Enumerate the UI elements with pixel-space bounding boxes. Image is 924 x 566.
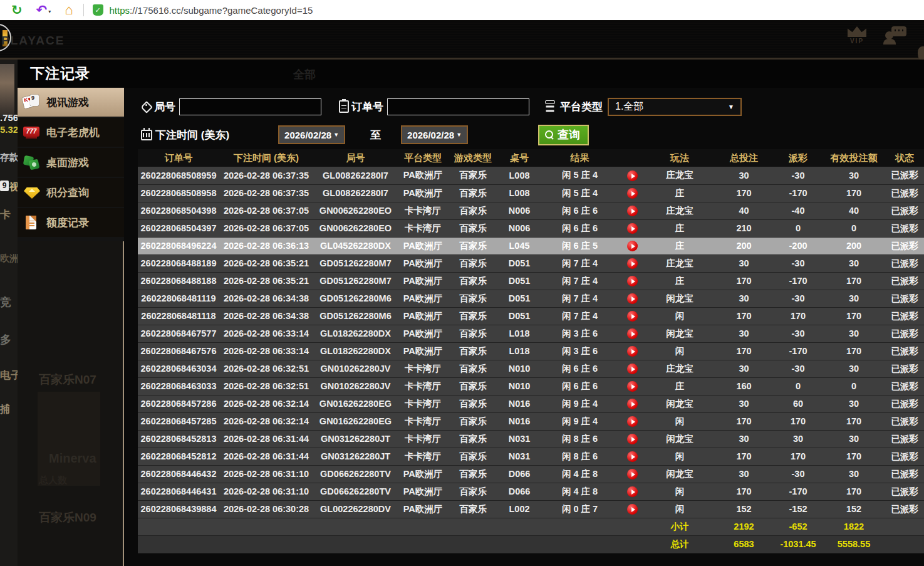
cell: 百家乐 xyxy=(448,272,498,290)
cell xyxy=(498,518,541,535)
cell: -30 xyxy=(774,167,823,184)
column-header: 有效投注额 xyxy=(823,149,885,167)
play-video-button[interactable] xyxy=(627,223,638,234)
table-row[interactable]: 2602280685089582026-02-28 06:37:35GL0082… xyxy=(138,184,924,202)
table-row[interactable]: 2602280684811192026-02-28 06:34:38GD0512… xyxy=(138,290,924,307)
url-scheme: https xyxy=(110,5,130,16)
table-row[interactable]: 2602280684675762026-02-28 06:33:14GL0182… xyxy=(138,342,924,360)
table-row[interactable]: 2602280684528122026-02-28 06:31:44GN0312… xyxy=(138,448,924,465)
cell: 260228068504398 xyxy=(138,202,219,219)
cell-play xyxy=(619,377,645,395)
cell: 2026-02-28 06:30:28 xyxy=(219,500,313,518)
cell: 30 xyxy=(823,465,885,483)
round-input[interactable] xyxy=(179,98,321,115)
play-video-button[interactable] xyxy=(627,328,638,339)
table-row[interactable]: 2602280684811182026-02-28 06:34:38GD0512… xyxy=(138,307,924,325)
play-video-button[interactable] xyxy=(627,399,638,409)
sidebar-item-video-games[interactable]: K♥9 视讯游戏 xyxy=(18,88,124,117)
column-header: 下注时间 (美东) xyxy=(219,149,313,167)
play-video-button[interactable] xyxy=(627,434,638,444)
cell xyxy=(541,535,619,553)
table-row[interactable]: 2602280684572852026-02-28 06:32:14GN0162… xyxy=(138,412,924,430)
table-row[interactable]: 2602280684464322026-02-28 06:31:10GD0662… xyxy=(138,465,924,483)
address-bar[interactable]: https://175616.cc/subgame?gameCategoryId… xyxy=(110,5,313,16)
cell: 60 xyxy=(774,395,823,412)
table-row[interactable]: 2602280684630332026-02-28 06:32:51GN0102… xyxy=(138,377,924,395)
undo-icon[interactable]: ↶ xyxy=(36,3,48,18)
play-video-button[interactable] xyxy=(627,188,638,199)
play-video-button[interactable] xyxy=(627,170,638,181)
reload-icon[interactable]: ↻ xyxy=(11,3,23,18)
play-video-button[interactable] xyxy=(627,258,638,269)
cell: 闲 xyxy=(645,412,714,430)
platform-select[interactable]: 1.全部 ▼ xyxy=(608,98,742,116)
play-video-button[interactable] xyxy=(627,276,638,286)
customer-service-button[interactable] xyxy=(884,26,906,45)
page-title: 下注记录 xyxy=(30,64,90,83)
sidebar: K♥9 视讯游戏 777 电子老虎机 桌面游戏 积分查询 额度记录 xyxy=(18,88,124,238)
play-video-button[interactable] xyxy=(627,504,638,515)
order-input[interactable] xyxy=(387,98,529,115)
cell: 百家乐 xyxy=(448,325,498,342)
cell: 260228068496224 xyxy=(138,237,219,254)
sidebar-item-points-query[interactable]: 积分查询 xyxy=(18,178,124,207)
table-row[interactable]: 2602280684881892026-02-28 06:35:21GD0512… xyxy=(138,254,924,272)
cell: 闲 6 庄 6 xyxy=(541,377,619,395)
date-to-value: 2026/02/28 xyxy=(407,130,454,140)
query-button[interactable]: 查询 xyxy=(538,125,589,145)
bg-fragment: 捕 xyxy=(0,403,10,416)
cell: 260228068463034 xyxy=(138,360,219,377)
home-icon[interactable]: ⌂ xyxy=(65,2,73,18)
cell: -200 xyxy=(774,237,823,254)
cell: 闲 7 庄 4 xyxy=(541,307,619,325)
cell xyxy=(498,535,541,553)
cell: 闲 0 庄 7 xyxy=(541,500,619,518)
sidebar-item-quota-records[interactable]: 额度记录 xyxy=(18,208,124,237)
bg-fragment: 欧洲 xyxy=(0,253,18,265)
undo-dropdown-icon[interactable]: ▾ xyxy=(48,9,51,14)
vip-label: VIP xyxy=(850,38,864,45)
cell: L008 xyxy=(498,184,541,202)
play-video-button[interactable] xyxy=(627,293,638,304)
cell: 卡卡湾厅 xyxy=(398,430,448,448)
search-icon xyxy=(544,130,554,140)
security-shield-icon[interactable]: ✓ xyxy=(93,4,103,16)
sidebar-item-table-games[interactable]: 桌面游戏 xyxy=(18,148,124,177)
table-row[interactable]: 2602280685043972026-02-28 06:37:05GN0062… xyxy=(138,219,924,237)
table-row[interactable]: 2602280684528132026-02-28 06:31:44GN0312… xyxy=(138,430,924,448)
table-row[interactable]: 2602280684398842026-02-28 06:30:28GL0022… xyxy=(138,500,924,518)
play-video-button[interactable] xyxy=(627,311,638,322)
play-video-button[interactable] xyxy=(627,381,638,392)
cell: 庄龙宝 xyxy=(645,254,714,272)
table-row[interactable]: 2602280684962242026-02-28 06:36:13GL0452… xyxy=(138,237,924,254)
play-video-button[interactable] xyxy=(627,451,638,462)
table-row[interactable]: 2602280684881882026-02-28 06:35:21GD0512… xyxy=(138,272,924,290)
play-video-button[interactable] xyxy=(627,486,638,497)
play-video-button[interactable] xyxy=(627,416,638,427)
table-row[interactable]: 2602280684630342026-02-28 06:32:51GN0102… xyxy=(138,360,924,377)
table-row[interactable]: 2602280684464312026-02-28 06:31:10GD0662… xyxy=(138,483,924,500)
cell: 170 xyxy=(823,483,885,500)
cell: 170 xyxy=(823,342,885,360)
cell: -152 xyxy=(774,500,823,518)
play-video-button[interactable] xyxy=(627,364,638,374)
play-video-button[interactable] xyxy=(627,469,638,480)
table-row[interactable]: 2602280684572862026-02-28 06:32:14GN0162… xyxy=(138,395,924,412)
play-video-button[interactable] xyxy=(627,206,638,216)
vip-button[interactable]: VIP xyxy=(848,26,866,45)
bg-fragment: 9 xyxy=(0,181,9,191)
chat-bubble-icon xyxy=(891,26,906,36)
table-row[interactable]: 2602280685089592026-02-28 06:37:35GL0082… xyxy=(138,167,924,184)
play-video-button[interactable] xyxy=(627,346,638,357)
records-table: 订单号下注时间 (美东)局号平台类型游戏类型桌号结果玩法总投注派彩有效投注额状态… xyxy=(138,149,924,553)
table-games-icon xyxy=(23,153,41,172)
table-row[interactable]: 2602280684675772026-02-28 06:33:14GL0182… xyxy=(138,325,924,342)
date-to-select[interactable]: 2026/02/28▼ xyxy=(401,125,468,144)
cell: 百家乐 xyxy=(448,219,498,237)
table-row[interactable]: 2602280685043982026-02-28 06:37:05GN0062… xyxy=(138,202,924,219)
play-video-button[interactable] xyxy=(627,241,638,251)
cell-play xyxy=(619,307,645,325)
sidebar-item-slots[interactable]: 777 电子老虎机 xyxy=(18,118,124,147)
date-from-select[interactable]: 2026/02/28▼ xyxy=(278,125,345,144)
cell: 170 xyxy=(714,342,774,360)
